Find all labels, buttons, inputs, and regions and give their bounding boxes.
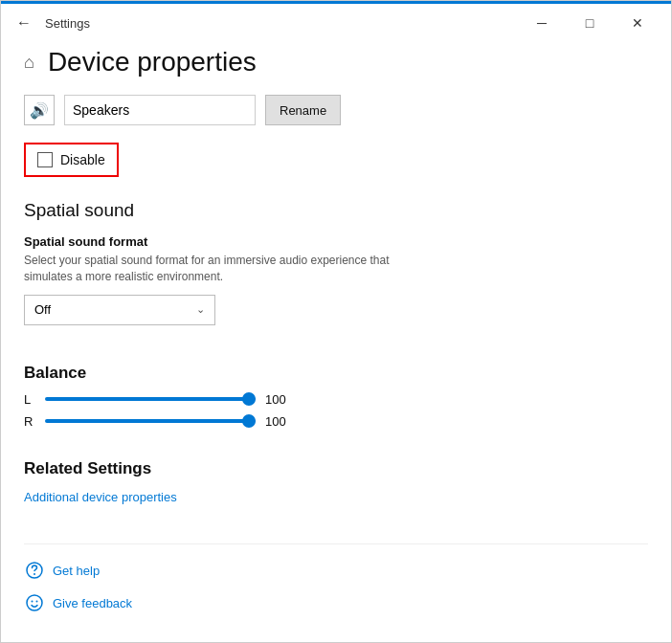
window-title: Settings xyxy=(45,16,90,31)
spatial-sound-desc: Select your spatial sound format for an … xyxy=(24,253,407,285)
svg-point-3 xyxy=(32,601,34,603)
give-feedback-icon xyxy=(24,592,45,613)
maximize-button[interactable]: □ xyxy=(568,9,612,37)
disable-label: Disable xyxy=(60,152,105,167)
device-row: 🔊 Rename xyxy=(24,95,648,125)
svg-point-1 xyxy=(34,573,35,575)
additional-properties-link[interactable]: Additional device properties xyxy=(24,490,177,504)
dropdown-arrow: ⌄ xyxy=(196,303,205,316)
get-help-icon xyxy=(24,560,45,581)
speaker-icon: 🔊 xyxy=(24,95,55,125)
back-button[interactable]: ← xyxy=(12,12,35,33)
related-settings-title: Related Settings xyxy=(24,459,648,478)
left-channel-row: L 100 xyxy=(24,392,648,407)
disable-row: Disable xyxy=(24,143,119,177)
speaker-glyph: 🔊 xyxy=(30,101,49,120)
balance-section: Balance L 100 R 100 xyxy=(24,364,648,436)
right-channel-row: R 100 xyxy=(24,414,648,429)
spatial-sound-dropdown[interactable]: Off ⌄ xyxy=(24,295,215,325)
svg-point-4 xyxy=(36,601,38,603)
page-title: Device properties xyxy=(48,47,257,78)
spatial-sound-format-title: Spatial sound format xyxy=(24,234,648,249)
right-value: 100 xyxy=(265,414,286,429)
give-feedback-link[interactable]: Give feedback xyxy=(53,596,132,610)
footer: Get help Give feedback xyxy=(24,543,648,619)
right-slider[interactable] xyxy=(45,419,256,423)
page-header: ⌂ Device properties xyxy=(24,47,648,78)
minimize-button[interactable]: ─ xyxy=(520,9,564,37)
settings-window: ← Settings ─ □ ✕ ⌂ Device properties 🔊 R… xyxy=(0,0,672,643)
related-settings-section: Related Settings Additional device prope… xyxy=(24,459,648,505)
home-icon[interactable]: ⌂ xyxy=(24,53,34,73)
content-area: ⌂ Device properties 🔊 Rename Disable Spa… xyxy=(1,41,671,642)
disable-checkbox[interactable] xyxy=(37,152,53,167)
left-slider[interactable] xyxy=(45,397,256,401)
get-help-link[interactable]: Get help xyxy=(53,564,100,578)
top-accent xyxy=(1,1,671,4)
rename-button[interactable]: Rename xyxy=(265,95,341,125)
spatial-sound-section: Spatial sound Spatial sound format Selec… xyxy=(24,200,648,346)
balance-title: Balance xyxy=(24,364,648,383)
window-controls: ─ □ ✕ xyxy=(520,9,660,37)
dropdown-value: Off xyxy=(34,302,51,317)
title-bar: ← Settings ─ □ ✕ xyxy=(1,1,671,41)
close-button[interactable]: ✕ xyxy=(616,9,660,37)
get-help-item[interactable]: Get help xyxy=(24,554,648,587)
svg-point-2 xyxy=(27,595,42,610)
spatial-sound-title: Spatial sound xyxy=(24,200,648,221)
title-bar-left: ← Settings xyxy=(12,12,90,33)
left-value: 100 xyxy=(265,392,286,407)
device-name-input[interactable] xyxy=(64,95,256,125)
left-label: L xyxy=(24,392,35,407)
right-label: R xyxy=(24,414,35,429)
give-feedback-item[interactable]: Give feedback xyxy=(24,587,648,619)
